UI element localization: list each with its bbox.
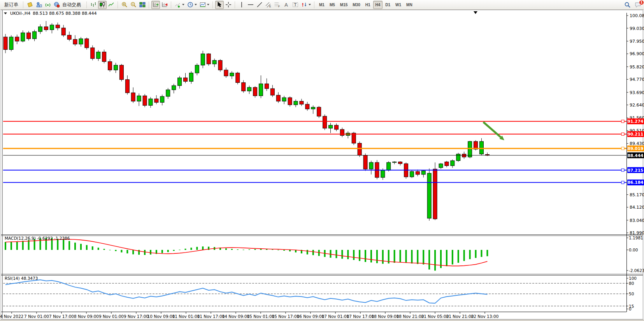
text-button[interactable]: A [282,1,291,9]
templates-button[interactable] [198,1,211,9]
crosshair-icon [225,2,232,8]
candle-body [160,96,164,102]
candle-body [56,25,60,28]
macd-histogram [5,238,488,270]
shift-marker[interactable] [474,11,477,14]
chart-shift-icon [161,2,168,8]
svg-text:17 Nov 01:00: 17 Nov 01:00 [322,314,349,319]
chart-shift-button[interactable] [160,1,169,9]
price-axis[interactable]: 100.08099.03097.95096.90095.82094.77093.… [627,13,644,236]
candle-body [242,83,246,91]
candle-body [253,87,257,96]
channel-button[interactable]: E [264,1,273,9]
candle-body [416,171,419,174]
candle-body [189,73,193,82]
svg-text:80: 80 [629,281,634,286]
symbol-dropdown-icon[interactable] [4,12,7,14]
fibonacci-button[interactable]: F [273,1,282,9]
candle-body [91,48,95,59]
notes-button[interactable] [26,1,34,9]
zoom-out-icon [130,2,137,8]
timeframe-m5[interactable]: M5 [327,1,337,9]
candle-body [387,162,391,170]
auto-scroll-button[interactable] [151,1,160,9]
svg-text:21 Nov 05:00: 21 Nov 05:00 [421,314,449,319]
toolbar-separator [314,2,315,8]
timeframe-h1[interactable]: H1 [363,1,373,9]
svg-text:96.900: 96.900 [630,51,644,56]
timeframe-h4[interactable]: H4 [373,1,383,9]
candle-body [67,35,71,39]
candle-body [363,155,367,169]
candle-body [334,125,338,129]
candle-body [352,133,356,143]
svg-text:95.820: 95.820 [630,65,644,70]
label-button[interactable]: T [291,1,300,9]
shapes-button[interactable] [300,1,312,9]
svg-text:11 Nov 17:00: 11 Nov 17:00 [197,314,225,319]
chart-canvas[interactable]: 100.08099.03097.95096.90095.82094.77093.… [0,10,644,321]
candle-body [451,160,454,166]
candle-body [61,28,65,35]
trend-arrow[interactable] [483,122,504,140]
candle-body [166,90,170,96]
level-lines[interactable]: 91.27490.21189.01988.44487.21586.184 [3,119,644,185]
zoom-out-button[interactable] [129,1,138,9]
candle-body [149,99,153,105]
candle-body [421,171,425,174]
candle-body [468,141,472,157]
indicators-button[interactable] [174,1,186,9]
bar-chart-icon [90,2,97,8]
svg-text:97.950: 97.950 [630,39,644,44]
timeframe-m1[interactable]: M1 [317,1,327,9]
horizontal-line-button[interactable] [246,1,255,9]
timeframe-m15[interactable]: M15 [338,1,350,9]
candle-body [119,65,123,80]
signal-icon [45,2,51,8]
timeframe-m30[interactable]: M30 [350,1,362,9]
candle-body [172,85,176,90]
candle-body [27,33,31,38]
candle-body [9,37,13,49]
fibonacci-icon: F [274,2,281,8]
candle-body [184,78,188,81]
svg-text:100: 100 [629,276,637,281]
candle-body [236,73,240,83]
candle-body [195,65,199,73]
candlestick-icon [99,2,105,8]
tile-windows-button[interactable] [138,1,147,9]
bar-chart-button[interactable] [89,1,98,9]
timeframe-w1[interactable]: W1 [393,1,404,9]
zoom-in-button[interactable] [120,1,129,9]
toolbar-separator [118,2,118,8]
candle-body [143,96,147,106]
candle-body [230,73,234,76]
svg-text:100.080: 100.080 [630,13,644,18]
chart-window: 100.08099.03097.95096.90095.82094.77093.… [0,10,644,321]
line-chart-button[interactable] [107,1,116,9]
svg-text:4 Nov 2022: 4 Nov 2022 [0,314,23,319]
candle-body [270,89,274,95]
toolbar-separator [235,2,235,8]
candlestick-button[interactable] [98,1,107,9]
candle-body [201,54,205,65]
crosshair-button[interactable] [224,1,233,9]
cursor-button[interactable] [215,1,224,9]
vertical-line-button[interactable] [237,1,246,9]
candle-body [154,99,158,102]
svg-text:15 Nov 01:00: 15 Nov 01:00 [247,314,275,319]
svg-text:89.019: 89.019 [628,146,644,151]
timeframe-d1[interactable]: D1 [383,1,393,9]
svg-text:18 Nov 09:00: 18 Nov 09:00 [372,314,399,319]
profile-button[interactable] [35,1,43,9]
signal-button[interactable] [44,1,52,9]
candle-body [462,154,466,157]
time-axis[interactable]: 4 Nov 20227 Nov 01:007 Nov 17:008 Nov 09… [0,312,498,319]
trendline-button[interactable] [255,1,264,9]
autotrade-button[interactable]: 自动交易 [53,1,84,9]
timeframe-mn[interactable]: MN [404,1,415,9]
search-button[interactable] [623,1,632,9]
periods-button[interactable] [186,1,198,9]
shapes-icon [301,2,307,8]
new-order-button[interactable]: 新订单 [2,1,21,9]
